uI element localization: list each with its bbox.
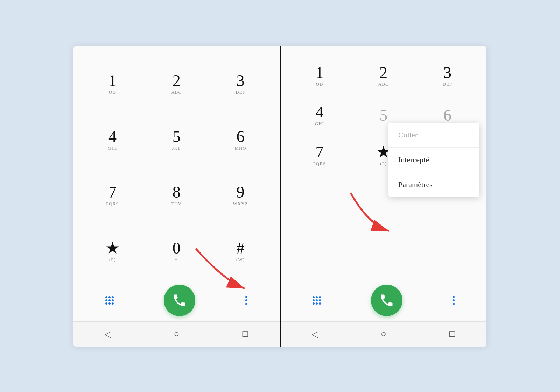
key-5-left[interactable]: 5 JKL [145,112,209,168]
key-4-left[interactable]: 4 GHI [80,112,145,168]
grid-icon-left[interactable] [105,296,114,305]
recent-button-left[interactable]: □ [237,326,253,342]
left-panel: 1 QD 2 ABC 3 DEF 4 GHI 5 JKL 6 MNO [74,46,280,347]
back-button-right[interactable]: ◁ [307,326,323,342]
left-dialpad: 1 QD 2 ABC 3 DEF 4 GHI 5 JKL 6 MNO [74,46,280,283]
more-dots-left[interactable] [245,296,247,305]
right-bottom-bar [281,283,487,321]
key-8-left[interactable]: 8 TUV [145,168,209,224]
key-2-left[interactable]: 2 ABC [145,56,209,112]
call-button-left[interactable] [164,285,195,316]
key-9-left[interactable]: 9 WXYZ [209,168,273,224]
menu-item-parametres[interactable]: Paramètres [388,172,479,197]
key-star-left[interactable]: ★ (P) [80,223,145,279]
key-3-left[interactable]: 3 DEF [209,56,273,112]
key-1-left[interactable]: 1 QD [80,56,145,112]
call-button-right[interactable] [371,285,402,316]
home-button-right[interactable]: ○ [376,326,391,342]
key-hash-left[interactable]: # (W) [209,223,273,279]
key-2-right[interactable]: 2 ABC [351,56,415,96]
key-0-left[interactable]: 0 + [145,223,209,279]
key-7-right[interactable]: 7 PQRS [288,135,352,175]
key-4-right[interactable]: 4 GHI [288,96,352,135]
left-bottom-bar [74,283,280,321]
key-1-right[interactable]: 1 QD [288,56,352,96]
key-6-left[interactable]: 6 MNO [209,112,273,168]
context-menu: Coller Intercepté Paramètres [388,123,479,197]
menu-item-coller[interactable]: Coller [388,123,479,148]
left-nav-bar: ◁ ○ □ [74,321,280,347]
grid-icon-right[interactable] [313,296,321,305]
right-panel: 1 QD 2 ABC 3 DEF 4 GHI 5 6 [281,46,487,347]
key-3-right[interactable]: 3 DEF [415,56,479,96]
home-button-left[interactable]: ○ [169,326,184,342]
right-nav-bar: ◁ ○ □ [281,321,487,347]
key-7-left[interactable]: 7 PQRS [80,168,145,224]
more-dots-right[interactable] [453,296,455,305]
back-button-left[interactable]: ◁ [100,326,115,342]
menu-item-intercepte[interactable]: Intercepté [388,148,479,172]
app-container: 1 QD 2 ABC 3 DEF 4 GHI 5 JKL 6 MNO [74,46,486,347]
recent-button-right[interactable]: □ [444,326,460,342]
